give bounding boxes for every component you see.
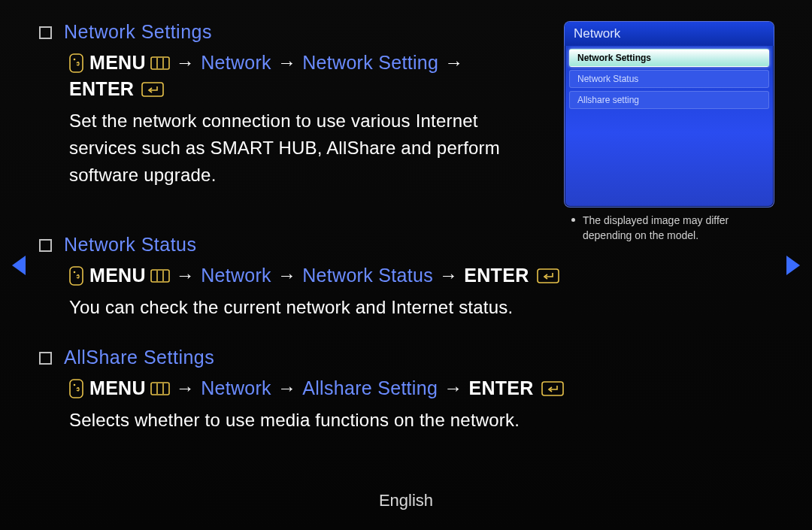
menu-keyword: MENU [89, 265, 146, 286]
svg-rect-17 [542, 382, 563, 395]
panel-item-network-status[interactable]: Network Status [569, 70, 769, 88]
arrow-sep: → [176, 265, 195, 286]
path-link: Network Setting [302, 52, 438, 74]
path-link: Network [201, 377, 271, 399]
remote-icon [69, 379, 83, 398]
arrow-sep: → [277, 52, 296, 74]
menu-icon [150, 56, 170, 70]
section-description: Set the network connection to use variou… [69, 108, 520, 189]
section-description: You can check the current network and In… [69, 294, 520, 321]
enter-icon [537, 268, 559, 283]
panel-item-label: Network Status [577, 74, 638, 84]
arrow-sep: → [444, 377, 462, 399]
arrow-sep: → [444, 52, 463, 74]
nav-prev-arrow[interactable] [12, 256, 26, 275]
nav-next-arrow[interactable] [786, 256, 800, 275]
arrow-sep: → [176, 52, 195, 74]
path-link: Allshare Setting [302, 377, 438, 399]
svg-rect-2 [151, 57, 169, 69]
nav-path: MENU → Network → Allshare Setting → ENTE… [69, 377, 611, 399]
arrow-sep: → [277, 377, 296, 399]
path-link: Network [201, 52, 271, 74]
svg-rect-11 [538, 269, 559, 283]
svg-rect-8 [151, 270, 169, 282]
bullet-icon [39, 352, 52, 365]
menu-keyword: MENU [89, 377, 146, 399]
footer-language: English [0, 491, 812, 510]
nav-path: MENU → Network → Network Status → ENTER [69, 265, 595, 286]
panel-note-text: The displayed image may differ depending… [583, 214, 774, 243]
section-description: Selects whether to use media functions o… [69, 407, 520, 434]
enter-icon [141, 82, 164, 97]
menu-icon [150, 382, 170, 395]
enter-keyword: ENTER [69, 78, 134, 100]
remote-icon [69, 266, 83, 286]
section-title: Network Settings [64, 21, 212, 43]
bullet-dot-icon [571, 218, 575, 222]
enter-keyword: ENTER [468, 377, 533, 399]
bullet-icon [39, 26, 52, 39]
svg-point-7 [74, 271, 76, 273]
nav-path-line2: ENTER [69, 78, 520, 100]
path-link: Network [201, 265, 271, 286]
section-network-settings: Network Settings MENU → Network → Networ… [39, 21, 520, 189]
svg-rect-14 [151, 383, 169, 395]
svg-rect-5 [142, 83, 163, 96]
arrow-sep: → [176, 377, 195, 399]
remote-icon [69, 53, 83, 73]
panel-item-network-settings[interactable]: Network Settings [569, 49, 769, 67]
preview-panel: Network Network Settings Network Status … [564, 21, 774, 207]
menu-keyword: MENU [89, 52, 146, 74]
menu-icon [150, 269, 170, 283]
panel-note: The displayed image may differ depending… [571, 214, 774, 243]
enter-icon [541, 381, 564, 396]
panel-item-label: Allshare setting [577, 95, 639, 105]
section-network-status: Network Status MENU → Network → Network … [39, 234, 520, 321]
svg-rect-12 [70, 380, 83, 398]
svg-rect-6 [70, 267, 83, 285]
bullet-icon [39, 239, 52, 252]
section-allshare-settings: AllShare Settings MENU → Network → Allsh… [39, 347, 520, 434]
panel-item-label: Network Settings [577, 53, 651, 63]
section-title: AllShare Settings [64, 347, 214, 368]
section-title: Network Status [64, 234, 197, 256]
enter-keyword: ENTER [464, 265, 529, 286]
svg-rect-0 [70, 54, 83, 72]
arrow-sep: → [277, 265, 296, 286]
path-link: Network Status [302, 265, 433, 286]
nav-path: MENU → Network → Network Setting → [69, 52, 520, 74]
panel-item-allshare-setting[interactable]: Allshare setting [569, 91, 769, 109]
arrow-sep: → [439, 265, 458, 286]
panel-header: Network [565, 22, 774, 46]
svg-point-13 [74, 383, 76, 386]
svg-point-1 [74, 58, 76, 60]
